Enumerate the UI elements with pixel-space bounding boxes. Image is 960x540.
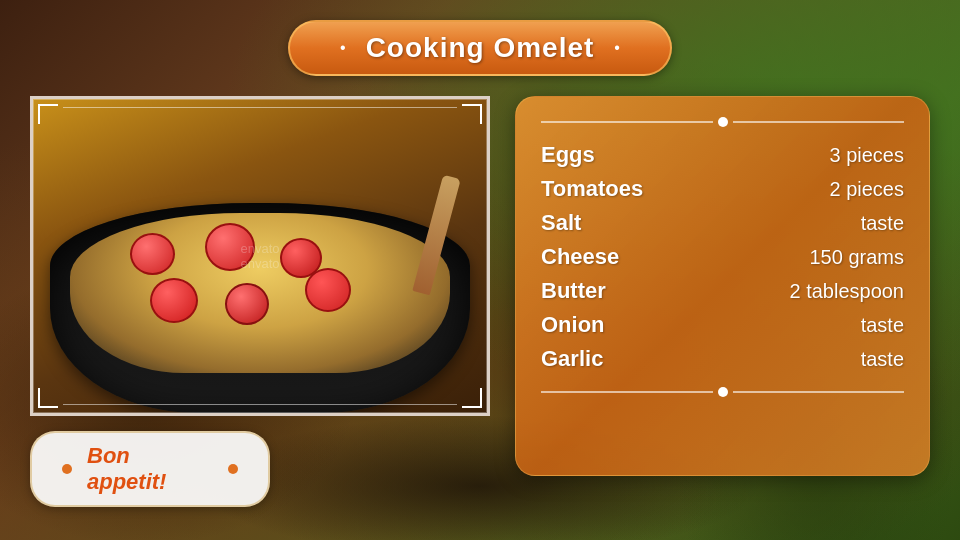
pan-body <box>50 203 470 413</box>
ingredient-row: Butter 2 tablespoon <box>541 278 904 304</box>
ingredient-row: Tomatoes 2 pieces <box>541 176 904 202</box>
image-line-bottom <box>63 404 457 405</box>
card-dot-top <box>718 117 728 127</box>
line-right-bottom <box>733 391 905 393</box>
corner-bl <box>38 388 58 408</box>
recipe-image: envato envato <box>30 96 490 416</box>
ingredient-row: Cheese 150 grams <box>541 244 904 270</box>
ingredient-name: Tomatoes <box>541 176 643 202</box>
ingredient-name: Eggs <box>541 142 595 168</box>
image-line-top <box>63 107 457 108</box>
bon-appetit-banner: Bon appetit! <box>30 431 270 507</box>
ingredient-name: Onion <box>541 312 605 338</box>
tomato-1 <box>130 233 175 275</box>
ingredient-amount: 150 grams <box>810 246 905 269</box>
ingredient-amount: taste <box>861 348 904 371</box>
ingredient-amount: 3 pieces <box>830 144 905 167</box>
ingredient-name: Salt <box>541 210 581 236</box>
left-panel: envato envato Bon appetit! <box>30 96 490 507</box>
ingredient-name: Cheese <box>541 244 619 270</box>
ingredient-amount: 2 tablespoon <box>789 280 904 303</box>
ingredient-name: Butter <box>541 278 606 304</box>
tomato-4 <box>150 278 198 323</box>
corner-tr <box>462 104 482 124</box>
pan-wrapper <box>50 183 470 413</box>
ingredient-amount: taste <box>861 314 904 337</box>
main-area: envato envato Bon appetit! Eggs <box>30 96 930 520</box>
line-left-bottom <box>541 391 713 393</box>
bon-appetit-dot-right <box>228 464 238 474</box>
bon-appetit-text: Bon appetit! <box>87 443 213 495</box>
card-dot-bottom <box>718 387 728 397</box>
tomato-5 <box>225 283 269 325</box>
ingredient-row: Salt taste <box>541 210 904 236</box>
ingredient-amount: 2 pieces <box>830 178 905 201</box>
ingredients-card: Eggs 3 pieces Tomatoes 2 pieces Salt tas… <box>515 96 930 476</box>
content-wrapper: Cooking Omelet <box>0 0 960 540</box>
ingredient-amount: taste <box>861 212 904 235</box>
title-banner: Cooking Omelet <box>288 20 672 76</box>
ingredient-row: Garlic taste <box>541 346 904 372</box>
card-line-bottom <box>541 387 904 397</box>
corner-tl <box>38 104 58 124</box>
corner-br <box>462 388 482 408</box>
card-line-top <box>541 117 904 127</box>
bon-appetit-dot-left <box>62 464 72 474</box>
line-right <box>733 121 905 123</box>
line-left <box>541 121 713 123</box>
ingredient-row: Eggs 3 pieces <box>541 142 904 168</box>
ingredients-list: Eggs 3 pieces Tomatoes 2 pieces Salt tas… <box>541 142 904 372</box>
ingredient-row: Onion taste <box>541 312 904 338</box>
tomato-2 <box>205 223 255 271</box>
page-title: Cooking Omelet <box>366 32 595 64</box>
tomato-6 <box>305 268 351 312</box>
ingredient-name: Garlic <box>541 346 603 372</box>
